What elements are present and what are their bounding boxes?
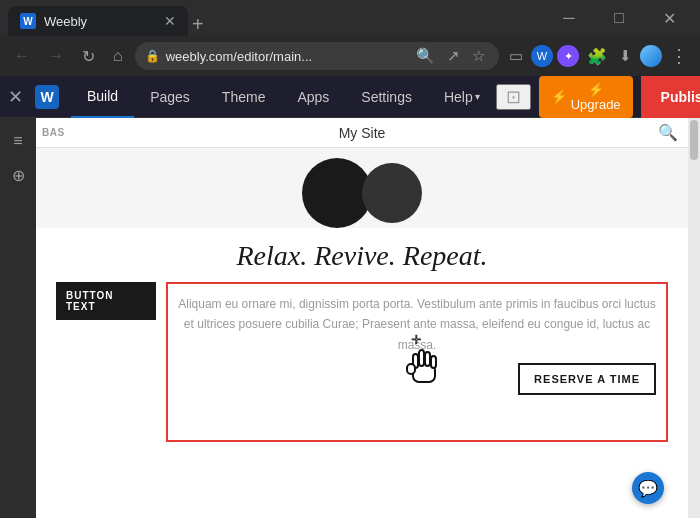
weebly-logo: W [23, 85, 71, 109]
tab-title: Weebly [44, 14, 156, 29]
canvas-search-icon[interactable]: 🔍 [658, 123, 678, 142]
editor-area: ≡ ⊕ BAS My Site 🔍 Relax. Revive. Repeat. [0, 118, 700, 518]
tab-favicon: W [20, 13, 36, 29]
home-button[interactable]: ⌂ [107, 43, 129, 69]
weebly-nav: Build Pages Theme Apps Settings Help ▾ [71, 76, 496, 118]
star-button[interactable]: ☆ [468, 43, 489, 69]
button-text-col: BUTTON TEXT [56, 282, 156, 442]
publish-button[interactable]: Publish [641, 76, 700, 118]
active-tab[interactable]: W Weebly ✕ [8, 6, 188, 36]
nav-theme[interactable]: Theme [206, 76, 282, 118]
nav-apps[interactable]: Apps [281, 76, 345, 118]
url-text: weebly.com/editor/main... [166, 49, 406, 64]
extensions-area: ▭ W ✦ 🧩 ⬇ ⋮ [505, 41, 692, 71]
reserve-button[interactable]: RESERVE A TIME [518, 363, 656, 395]
ext-icon-blue[interactable]: W [531, 45, 553, 67]
content-row: BUTTON TEXT Aliquam eu ornare mi, dignis… [36, 282, 688, 442]
scrollbar-thumb[interactable] [690, 120, 698, 160]
tab-close-button[interactable]: ✕ [164, 13, 176, 29]
content-paragraph: Aliquam eu ornare mi, dignissim porta po… [178, 294, 656, 355]
nav-help[interactable]: Help ▾ [428, 76, 496, 118]
canvas-title: My Site [339, 125, 386, 141]
weebly-w-icon: W [35, 85, 59, 109]
button-text-box[interactable]: BUTTON TEXT [56, 282, 156, 320]
canvas-header: BAS My Site 🔍 [36, 118, 688, 148]
device-preview-button[interactable]: ⊡ [496, 84, 531, 110]
new-tab-button[interactable]: + [192, 13, 204, 36]
chrome-menu-button[interactable]: ⋮ [666, 41, 692, 71]
close-button[interactable]: ✕ [646, 3, 692, 33]
hero-circles [302, 148, 422, 228]
extensions-button[interactable]: 🧩 [583, 43, 611, 70]
nav-pages[interactable]: Pages [134, 76, 206, 118]
nav-icons: 🔍 ↗ ☆ [412, 43, 489, 69]
browser-titlebar: W Weebly ✕ + ─ □ ✕ [0, 0, 700, 36]
window-controls: ─ □ ✕ [546, 3, 692, 33]
chat-button[interactable]: 💬 [632, 472, 664, 504]
bas-label: BAS [42, 127, 65, 138]
search-lens-button[interactable]: 🔍 [412, 43, 439, 69]
browser-nav-bar: ← → ↻ ⌂ 🔒 weebly.com/editor/main... 🔍 ↗ … [0, 36, 700, 76]
upgrade-label: ⚡ Upgrade [571, 82, 621, 112]
sidebar-menu-icon[interactable]: ≡ [3, 126, 33, 156]
save-button[interactable]: ⬇ [615, 43, 636, 69]
left-sidebar: ≡ ⊕ [0, 118, 36, 518]
sidebar-toggle-icon[interactable]: ✕ [8, 82, 23, 112]
lock-icon: 🔒 [145, 49, 160, 63]
right-scrollbar[interactable] [688, 118, 700, 518]
reload-button[interactable]: ↻ [76, 43, 101, 70]
nav-settings[interactable]: Settings [345, 76, 428, 118]
site-content: Relax. Revive. Repeat. BUTTON TEXT Aliqu… [36, 148, 688, 442]
upgrade-button[interactable]: ⚡ ⚡ Upgrade [539, 76, 633, 118]
address-bar[interactable]: 🔒 weebly.com/editor/main... 🔍 ↗ ☆ [135, 42, 499, 70]
canvas-area: BAS My Site 🔍 Relax. Revive. Repeat. BUT… [36, 118, 688, 518]
circle-right [362, 163, 422, 223]
hero-title: Relax. Revive. Repeat. [36, 228, 688, 282]
upgrade-icon: ⚡ [551, 89, 567, 104]
maximize-button[interactable]: □ [596, 3, 642, 33]
minimize-button[interactable]: ─ [546, 3, 592, 33]
hero-image-area [36, 148, 688, 228]
forward-button[interactable]: → [42, 43, 70, 69]
tab-area: W Weebly ✕ + [8, 0, 538, 36]
content-block[interactable]: Aliquam eu ornare mi, dignissim porta po… [166, 282, 668, 442]
nav-build[interactable]: Build [71, 76, 134, 118]
sidebar-add-icon[interactable]: ⊕ [3, 160, 33, 190]
share-button[interactable]: ↗ [443, 43, 464, 69]
weebly-toolbar: ✕ W Build Pages Theme Apps Settings Help… [0, 76, 700, 118]
ext-icon-purple[interactable]: ✦ [557, 45, 579, 67]
cast-button[interactable]: ▭ [505, 43, 527, 69]
back-button[interactable]: ← [8, 43, 36, 69]
reserve-btn-area: RESERVE A TIME [178, 363, 656, 395]
user-avatar[interactable] [640, 45, 662, 67]
